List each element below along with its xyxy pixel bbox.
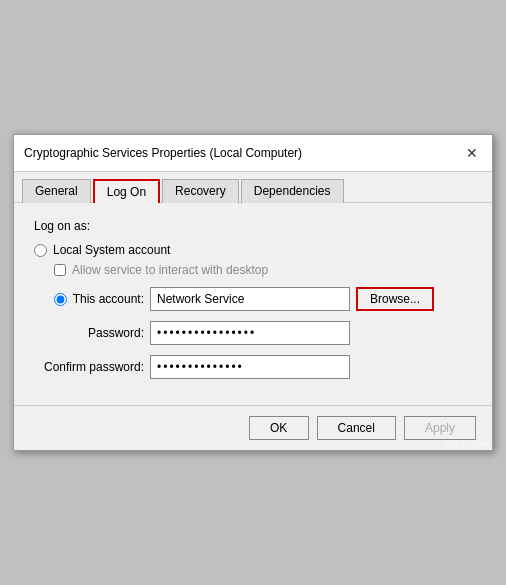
tab-general[interactable]: General [22, 179, 91, 203]
local-system-radio[interactable] [34, 244, 47, 257]
this-account-row: This account: Browse... [34, 287, 472, 311]
tab-dependencies[interactable]: Dependencies [241, 179, 344, 203]
confirm-password-label: Confirm password: [34, 360, 144, 374]
allow-desktop-row: Allow service to interact with desktop [54, 263, 472, 277]
password-input[interactable] [150, 321, 350, 345]
local-system-label: Local System account [53, 243, 170, 257]
cancel-button[interactable]: Cancel [317, 416, 396, 440]
local-system-group: Local System account Allow service to in… [34, 243, 472, 277]
confirm-password-row: Confirm password: [34, 355, 472, 379]
allow-desktop-checkbox[interactable] [54, 264, 66, 276]
password-row: Password: [34, 321, 472, 345]
tab-content: Log on as: Local System account Allow se… [14, 203, 492, 405]
local-system-radio-row: Local System account [34, 243, 472, 257]
title-bar: Cryptographic Services Properties (Local… [14, 135, 492, 172]
ok-button[interactable]: OK [249, 416, 309, 440]
dialog-footer: OK Cancel Apply [14, 405, 492, 450]
close-button[interactable]: ✕ [462, 143, 482, 163]
logon-as-label: Log on as: [34, 219, 472, 233]
password-label: Password: [34, 326, 144, 340]
watermark: wsxdn.com [444, 439, 489, 449]
apply-button[interactable]: Apply [404, 416, 476, 440]
allow-desktop-label: Allow service to interact with desktop [72, 263, 268, 277]
this-account-label: This account: [73, 292, 144, 306]
browse-button[interactable]: Browse... [356, 287, 434, 311]
this-account-input[interactable] [150, 287, 350, 311]
tab-recovery[interactable]: Recovery [162, 179, 239, 203]
confirm-password-input[interactable] [150, 355, 350, 379]
this-account-radio[interactable] [54, 293, 67, 306]
window-title: Cryptographic Services Properties (Local… [24, 146, 302, 160]
tab-logon[interactable]: Log On [93, 179, 160, 203]
tab-bar: General Log On Recovery Dependencies [14, 172, 492, 203]
properties-dialog: Cryptographic Services Properties (Local… [13, 134, 493, 451]
